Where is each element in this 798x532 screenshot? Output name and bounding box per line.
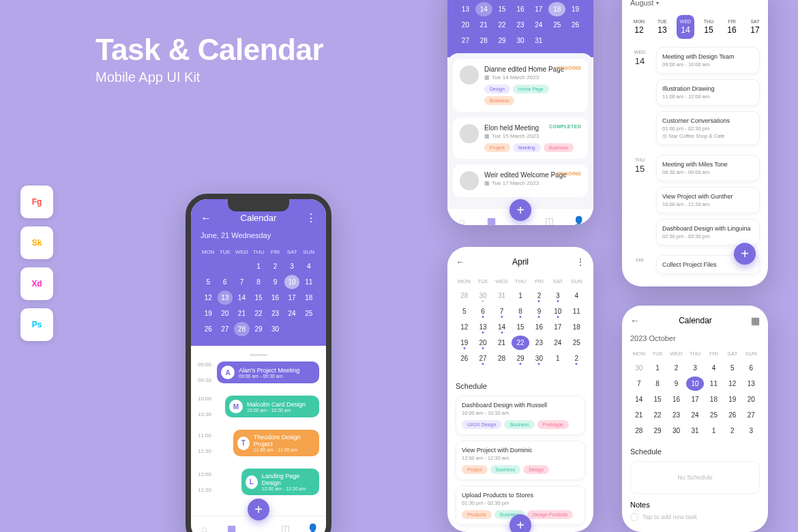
calendar-day[interactable]: 5 [201,275,216,289]
calendar-day[interactable]: 25 [301,306,316,321]
tag[interactable]: Business [484,96,514,105]
add-fab[interactable]: + [509,199,531,221]
calendar-day[interactable]: 11 [705,376,722,391]
calendar-day[interactable]: 25 [705,408,722,422]
calendar-day[interactable]: 24 [686,408,703,422]
agenda-item[interactable]: Meeting with Miles Tone08:30 am - 09:00 … [656,155,760,181]
calendar-day[interactable]: 9 [267,275,283,289]
calendar-day[interactable]: 28 [475,33,492,48]
nav-home-icon[interactable]: ⌂ [198,522,211,532]
tag[interactable]: Business [504,420,534,429]
calendar-day[interactable]: 5 [724,361,741,375]
tag[interactable]: Business [490,465,520,474]
more-icon[interactable]: ⋮ [306,211,316,224]
day-pill[interactable]: MON12 [630,15,648,39]
calendar-day[interactable]: 13 [474,320,491,334]
calendar-day[interactable]: 26 [567,18,584,32]
calendar-day[interactable]: 1 [251,259,267,274]
calendar-day[interactable]: 19 [201,306,216,321]
calendar-day[interactable]: 3 [549,289,566,303]
calendar-day[interactable]: 14 [234,291,250,305]
calendar-day[interactable]: 14 [630,392,647,407]
calendar-day[interactable]: 10 [284,275,300,289]
calendar-day[interactable]: 30 [267,322,283,336]
calendar-day[interactable]: 9 [668,376,685,391]
nav-home-icon[interactable]: ⌂ [455,214,469,225]
timeline-event[interactable]: MMalcolm Card Design10:00 am - 10:30 am [225,396,319,417]
calendar-day[interactable]: 2 [668,361,685,375]
calendar-day[interactable]: 27 [743,408,760,422]
calendar-day[interactable]: 28 [493,351,510,366]
calendar-day[interactable]: 2 [267,259,283,274]
calendar-day[interactable]: 22 [649,408,666,422]
day-pill[interactable]: WED14 [677,15,694,39]
calendar-day[interactable]: 2 [724,424,741,438]
day-pill[interactable]: FRI16 [723,15,741,39]
nav-tasks-icon[interactable]: ◫ [279,522,293,532]
calendar-day[interactable]: 26 [724,408,741,422]
calendar-day[interactable]: 16 [512,2,529,16]
calendar-day[interactable]: 21 [475,18,492,32]
calendar-day[interactable]: 7 [475,0,492,1]
calendar-day[interactable]: 31 [530,33,547,48]
calendar-day[interactable]: 28 [456,289,473,303]
day-pill[interactable]: SAT17 [746,15,764,39]
calendar-day[interactable]: 6 [474,304,491,319]
calendar-day[interactable]: 30 [474,289,491,303]
calendar-day[interactable]: 11 [301,275,316,289]
note-input[interactable]: Tap to add new task [630,513,760,521]
calendar-day[interactable]: 21 [234,306,250,321]
agenda-item[interactable]: View Project with Gunther10:00 am - 11:3… [656,187,760,213]
tag[interactable]: Prototype [537,420,569,429]
calendar-day[interactable]: 1 [649,361,666,375]
back-icon[interactable]: ← [630,315,640,326]
timeline-event[interactable]: TTheodore Design Project11:00 am - 11:30… [233,430,319,456]
calendar-icon[interactable]: ▦ [751,315,760,326]
calendar-day[interactable]: 16 [668,392,685,407]
calendar-day[interactable]: 4 [568,289,585,303]
calendar-day[interactable]: 23 [512,18,529,32]
calendar-day[interactable]: 16 [531,320,548,334]
calendar-day[interactable]: 12 [567,0,584,1]
calendar-day[interactable]: 15 [512,320,529,334]
calendar-day[interactable]: 19 [567,2,584,16]
calendar-day[interactable]: 29 [512,351,529,366]
calendar-day[interactable]: 27 [218,322,233,336]
add-fab[interactable]: + [248,499,269,520]
calendar-day[interactable]: 21 [630,408,647,422]
calendar-day[interactable]: 27 [457,33,474,48]
calendar-day[interactable]: 2 [568,351,585,366]
calendar-day[interactable]: 28 [234,322,250,336]
calendar-day[interactable]: 12 [201,291,216,305]
tag[interactable]: Design [523,465,549,474]
calendar-day[interactable]: 14 [475,2,492,16]
calendar-day[interactable]: 29 [251,322,267,336]
calendar-day[interactable]: 23 [267,306,283,321]
calendar-day[interactable]: 19 [456,336,473,350]
calendar-day[interactable]: 10 [530,0,547,1]
calendar-day[interactable]: 7 [630,376,647,391]
activity-card[interactable]: Weir edited Welcome Page▦ Tue 17 March 2… [453,164,588,197]
tag[interactable]: UI/UX Design [462,420,501,429]
calendar-day[interactable]: 1 [512,289,529,303]
nav-profile-icon[interactable]: 👤 [572,214,586,225]
calendar-day[interactable]: 18 [301,291,316,305]
calendar-day[interactable]: 30 [630,361,647,375]
calendar-day[interactable]: 14 [493,320,510,334]
more-icon[interactable]: ⋮ [576,256,585,267]
calendar-day[interactable]: 17 [549,320,566,334]
agenda-item[interactable]: Customer Conversations01:00 pm - 02:30 p… [656,111,760,145]
calendar-day[interactable]: 10 [686,376,703,391]
activity-card[interactable]: Elon held Meeting▦ Tue 15 March 2023Proj… [453,117,588,159]
add-fab[interactable]: + [734,243,756,265]
calendar-day[interactable]: 5 [456,304,473,319]
calendar-day[interactable]: 7 [493,304,510,319]
calendar-day[interactable]: 31 [493,289,510,303]
calendar-day[interactable]: 24 [284,306,300,321]
calendar-day[interactable]: 12 [724,376,741,391]
timeline-event[interactable]: AAlan's Project Meeting09:00 am - 09:30 … [217,361,319,383]
calendar-day[interactable]: 18 [568,320,585,334]
calendar-day[interactable]: 23 [531,336,548,350]
calendar-day[interactable]: 31 [686,424,703,438]
calendar-day[interactable]: 15 [251,291,267,305]
